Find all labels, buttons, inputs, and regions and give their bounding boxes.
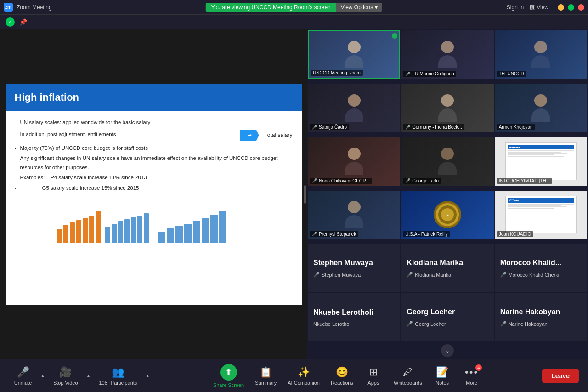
participant-avatar bbox=[343, 201, 366, 228]
bar bbox=[89, 216, 94, 243]
participant-cell-intouch[interactable]: ■■■■■■■■ INTOUCH YIMTAE [TH... bbox=[495, 137, 587, 186]
participant-avatar bbox=[343, 148, 366, 175]
participant-cell-armen[interactable]: Armen Khojoyan bbox=[495, 84, 587, 132]
participant-cell-usa-patrick[interactable]: ★ U.S.A - Patrick Reilly bbox=[401, 191, 493, 239]
title-bar: zm Zoom Meeting You are viewing UNCCD Me… bbox=[0, 0, 588, 15]
whiteboards-button[interactable]: 🖊 Whiteboards bbox=[389, 364, 427, 387]
named-cell-morocco[interactable]: Morocco Khalid... 🎤 Morocco Khalid Cherk… bbox=[495, 244, 587, 292]
camera-icon: 🎥 bbox=[59, 366, 72, 378]
named-cell-georg[interactable]: Georg Locher 🎤 Georg Locher bbox=[401, 293, 493, 341]
bar bbox=[167, 228, 174, 243]
summary-icon: 📋 bbox=[260, 366, 272, 378]
participant-cell-jean[interactable]: ACIT ■■■ Jean KOUADIO bbox=[495, 191, 587, 239]
bullet-group-2: In addition: post adjustment, entitlemen… bbox=[15, 130, 231, 141]
leave-button[interactable]: Leave bbox=[542, 369, 579, 383]
participant-display-name: Narine Hakobyan bbox=[500, 308, 560, 316]
participant-name: Armen Khojoyan bbox=[499, 125, 533, 130]
pin-icon[interactable]: 📌 bbox=[19, 18, 27, 26]
zoom-logo: zm bbox=[4, 3, 13, 12]
participants-icon: 👥 bbox=[112, 366, 124, 378]
participant-cell-nono[interactable]: 🎤 Nono Chikovani GEOR... bbox=[308, 137, 400, 186]
participants-caret[interactable]: ▲ bbox=[143, 372, 152, 379]
view-button[interactable]: 🖼 View bbox=[529, 4, 548, 11]
participant-avatar bbox=[436, 148, 459, 175]
bar bbox=[112, 224, 117, 243]
named-cell-narine[interactable]: Narine Hakobyan 🎤 Narine Hakobyan bbox=[495, 293, 587, 341]
divider-handle[interactable] bbox=[303, 29, 307, 359]
mic-icon: 🎤 bbox=[500, 272, 507, 278]
participant-name: TH_UNCCD bbox=[499, 71, 524, 76]
scroll-down-button[interactable]: ⌄ bbox=[441, 344, 454, 357]
bar bbox=[96, 211, 101, 243]
bar bbox=[193, 221, 200, 243]
bar bbox=[105, 227, 110, 243]
total-salary-label: Total salary bbox=[265, 131, 293, 140]
title-bar-center: You are viewing UNCCD Meeting Room's scr… bbox=[206, 3, 382, 12]
mic-off-icon: 🎤 bbox=[312, 232, 317, 236]
slide-bullets-2: -Majority (75%) of UNCCD core budget is … bbox=[15, 144, 293, 193]
total-salary-arrow: ➜ bbox=[240, 130, 259, 141]
summary-button[interactable]: 📋 Summary bbox=[250, 364, 281, 387]
close-button[interactable] bbox=[578, 4, 584, 11]
participant-label: Armen Khojoyan bbox=[497, 124, 535, 130]
notes-button[interactable]: 📝 Notes bbox=[429, 364, 456, 387]
participant-cell-fr[interactable]: 🎤 FR Marine Collignon bbox=[401, 30, 493, 79]
participant-cell-germany[interactable]: 🎤 Germany - Fiona Beck... bbox=[401, 84, 493, 132]
participants-button[interactable]: 👥 108 Participants bbox=[94, 364, 141, 387]
chart-1 bbox=[57, 197, 149, 243]
participant-name: Premysl Stepanek bbox=[319, 232, 356, 237]
reactions-button[interactable]: 😊 Reactions bbox=[326, 364, 358, 387]
share-screen-button[interactable]: ⬆ Share Screen bbox=[209, 362, 249, 390]
participant-label: U.S.A - Patrick Reilly bbox=[403, 231, 450, 237]
whiteboards-icon: 🖊 bbox=[403, 366, 413, 378]
participant-label: 🎤 Germany - Fiona Beck... bbox=[403, 124, 464, 130]
more-button[interactable]: ••• 4 More bbox=[458, 364, 486, 387]
participant-name: Germany - Fiona Beck... bbox=[412, 125, 462, 130]
toolbar-group-left: 🎤 Unmute ▲ 🎥 Stop Video ▲ 👥 108 Particip… bbox=[9, 364, 152, 387]
participant-sub-label: 🎤 Stephen Muwaya bbox=[313, 272, 361, 278]
mic-icon: 🎤 bbox=[500, 321, 507, 327]
ai-companion-button[interactable]: ✨ AI Companion bbox=[283, 364, 324, 387]
participant-name: Jean KOUADIO bbox=[499, 232, 531, 237]
stop-video-label: Stop Video bbox=[53, 380, 78, 386]
bar bbox=[175, 226, 183, 243]
participant-cell-sabrija[interactable]: 🎤 Sabrija Čadro bbox=[308, 84, 400, 132]
video-grid-row3: 🎤 Nono Chikovani GEOR... 🎤 George Tadu bbox=[307, 137, 588, 191]
ai-companion-icon: ✨ bbox=[298, 366, 310, 378]
unmute-caret[interactable]: ▲ bbox=[39, 372, 47, 379]
app-title: Zoom Meeting bbox=[17, 4, 52, 11]
apps-button[interactable]: ⊞ Apps bbox=[360, 364, 387, 387]
participant-cell-george[interactable]: 🎤 George Tadu bbox=[401, 137, 493, 186]
participant-cell-th[interactable]: TH_UNCCD bbox=[495, 30, 587, 79]
view-options-button[interactable]: View Options ▾ bbox=[336, 3, 382, 12]
microphone-icon: 🎤 bbox=[17, 366, 29, 378]
sign-in-button[interactable]: Sign In bbox=[507, 4, 524, 11]
ai-companion-label: AI Companion bbox=[288, 380, 320, 386]
participant-avatar bbox=[343, 41, 366, 68]
security-icon: ✓ bbox=[6, 17, 15, 27]
minimize-button[interactable] bbox=[558, 4, 564, 11]
unmute-button[interactable]: 🎤 Unmute bbox=[9, 364, 37, 387]
participant-sub-label: Nkuebe Lerotholi bbox=[313, 321, 351, 327]
summary-label: Summary bbox=[255, 380, 277, 386]
participants-area: UNCCD Meeting Room 🎤 FR Marine Collignon bbox=[307, 29, 588, 359]
participant-display-name: Nkuebe Lerotholi bbox=[313, 308, 373, 317]
named-cell-nkuebe[interactable]: Nkuebe Lerotholi Nkuebe Lerotholi bbox=[308, 293, 400, 341]
participant-name: George Tadu bbox=[412, 178, 439, 183]
scroll-down-area: ⌄ bbox=[307, 342, 588, 359]
bullet-5: -Examples: P4 salary scale increase 11% … bbox=[15, 173, 293, 182]
maximize-button[interactable] bbox=[568, 4, 574, 11]
mic-off-icon: 🎤 bbox=[407, 272, 413, 278]
chart-2 bbox=[158, 197, 250, 243]
named-cell-klodiana[interactable]: Klodiana Marika 🎤 Klodiana Marika bbox=[401, 244, 493, 292]
share-screen-icon: ⬆ bbox=[220, 364, 237, 381]
video-caret[interactable]: ▲ bbox=[85, 372, 93, 379]
named-cell-stephen[interactable]: Stephen Muwaya 🎤 Stephen Muwaya bbox=[308, 244, 400, 292]
stop-video-button[interactable]: 🎥 Stop Video bbox=[49, 364, 83, 387]
bullet-4: -Any significant changes in UN salary sc… bbox=[15, 154, 293, 172]
participant-cell-premysl[interactable]: 🎤 Premysl Stepanek bbox=[308, 191, 400, 239]
participant-avatar bbox=[343, 94, 366, 122]
main-content: High inflation UN salary scales: applied… bbox=[0, 29, 588, 359]
slide-header: High inflation bbox=[6, 84, 302, 111]
participant-cell-unccd[interactable]: UNCCD Meeting Room bbox=[308, 30, 400, 79]
